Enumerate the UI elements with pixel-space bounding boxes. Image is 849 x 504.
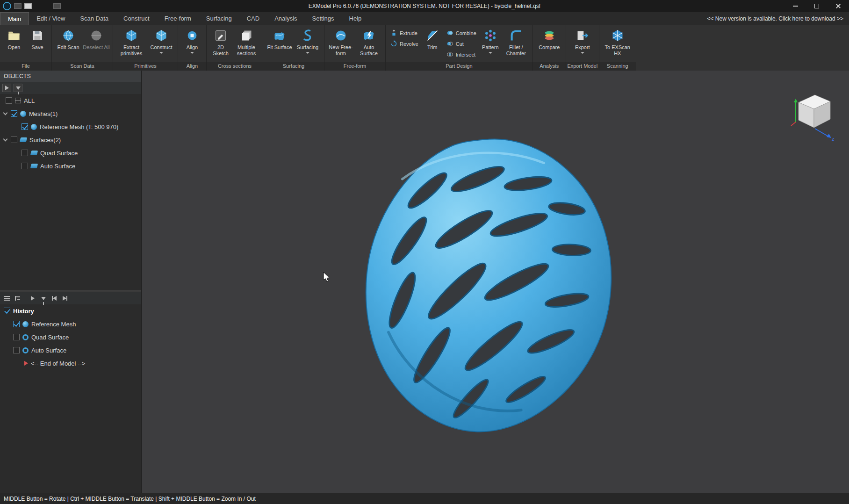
all-checkbox[interactable] [6, 97, 12, 104]
tree-item-surfaces[interactable]: Surfaces(2) [0, 133, 141, 146]
tab-scan-data[interactable]: Scan Data [72, 12, 116, 25]
new-free-form-label: New Free-form [327, 44, 355, 57]
ribbon-group-align: Align Align [178, 25, 207, 71]
open-button[interactable]: Open [2, 27, 26, 60]
edit-scan-button[interactable]: Edit Scan [54, 27, 82, 60]
extract-primitives-label: Extract primitives [115, 44, 147, 57]
surfaces-checkbox[interactable] [11, 137, 17, 143]
history-skip-start-button[interactable] [50, 294, 58, 302]
part-design-group-label: Part Design [386, 62, 532, 71]
save-button[interactable]: Save [26, 27, 49, 60]
update-notice-link[interactable]: << New version is available. Click here … [707, 12, 849, 25]
surface-ring-icon [22, 347, 29, 353]
auto-surface-icon [361, 28, 376, 43]
funnel-icon [41, 297, 46, 300]
surface-icon [20, 137, 27, 142]
extrude-button[interactable]: Extrude [388, 28, 421, 38]
history-item-end-of-model[interactable]: <-- End of Model --> [0, 357, 141, 370]
surfaces-expander[interactable] [3, 137, 8, 142]
tab-construct[interactable]: Construct [116, 12, 157, 25]
history-auto-surface-checkbox[interactable] [13, 347, 20, 353]
tree-item-all[interactable]: ALL [0, 94, 141, 107]
export-dropdown-caret [581, 52, 584, 54]
history-filter-button[interactable] [39, 294, 48, 302]
view-cube[interactable]: z [789, 89, 836, 142]
to-exscan-hx-button[interactable]: To EXScan HX [602, 27, 633, 60]
construct-button[interactable]: Construct [147, 27, 175, 60]
all-label: ALL [24, 97, 35, 104]
auto-surface-button[interactable]: Auto Surface [355, 27, 383, 60]
tab-cad[interactable]: CAD [239, 12, 267, 25]
fillet-chamfer-button[interactable]: Fillet / Chamfer [502, 27, 530, 60]
pattern-label: Pattern [482, 44, 498, 50]
auto-surface-checkbox[interactable] [22, 163, 28, 169]
history-item-reference-mesh[interactable]: Reference Mesh [0, 317, 141, 331]
export-icon [575, 28, 590, 43]
export-label: Export [575, 44, 590, 50]
pattern-icon [483, 28, 498, 43]
combine-button[interactable]: Combine [444, 28, 479, 38]
ribbon-group-primitives: Extract primitives Construct Primitives [113, 25, 178, 71]
axis-z-label: z [832, 136, 835, 142]
cut-button[interactable]: Cut [444, 38, 479, 49]
history-reference-mesh-checkbox[interactable] [13, 321, 20, 327]
helmet-model[interactable] [346, 136, 623, 433]
tree-item-quad-surface[interactable]: Quad Surface [0, 146, 141, 159]
reference-mesh-checkbox[interactable] [22, 123, 28, 130]
objects-play-filter-button[interactable] [2, 84, 11, 92]
tree-item-meshes[interactable]: Meshes(1) [0, 107, 141, 120]
quick-access-icon-3[interactable] [53, 3, 61, 9]
history-list-view-button[interactable] [2, 294, 11, 302]
new-free-form-button[interactable]: New Free-form [327, 27, 355, 60]
tab-analysis[interactable]: Analysis [267, 12, 304, 25]
tree-item-reference-mesh[interactable]: Reference Mesh (T: 500 970) [0, 120, 141, 133]
quad-surface-checkbox[interactable] [22, 150, 28, 156]
history-play-button[interactable] [28, 294, 37, 302]
history-item-auto-surface[interactable]: Auto Surface [0, 344, 141, 357]
extrude-icon [390, 29, 397, 36]
tree-item-auto-surface[interactable]: Auto Surface [0, 159, 141, 173]
meshes-expander[interactable] [3, 111, 8, 115]
history-item-root[interactable]: History [0, 304, 141, 317]
ribbon-group-export-model: Export Export Model [566, 25, 599, 71]
surfacing-button[interactable]: Surfacing [294, 27, 322, 60]
viewport-3d[interactable]: z [142, 71, 849, 493]
tab-main[interactable]: Main [0, 12, 29, 25]
compare-button[interactable]: Compare [535, 27, 563, 60]
history-item-quad-surface[interactable]: Quad Surface [0, 331, 141, 344]
tab-help[interactable]: Help [342, 12, 369, 25]
history-quad-surface-checkbox[interactable] [13, 334, 20, 340]
tab-surfacing[interactable]: Surfacing [199, 12, 239, 25]
2d-sketch-button[interactable]: 2D Sketch [209, 27, 232, 60]
history-auto-surface-label: Auto Surface [31, 347, 66, 354]
align-dropdown-caret [190, 52, 194, 54]
surfacing-label: Surfacing [297, 44, 318, 50]
deselect-all-button[interactable]: Deselect All [82, 27, 110, 60]
history-checkbox[interactable] [4, 308, 10, 314]
revolve-button[interactable]: Revolve [388, 38, 421, 49]
multiple-sections-button[interactable]: Multiple sections [232, 27, 260, 60]
meshes-checkbox[interactable] [11, 110, 17, 117]
fit-surface-button[interactable]: Fit Surface [266, 27, 294, 60]
close-button[interactable] [827, 0, 849, 12]
maximize-button[interactable] [806, 0, 827, 12]
quick-access-icon-2[interactable] [24, 3, 32, 9]
history-skip-end-button[interactable] [60, 294, 69, 302]
to-exscan-hx-icon [610, 28, 625, 43]
export-button[interactable]: Export [568, 27, 597, 60]
align-button[interactable]: Align [180, 27, 204, 60]
extract-primitives-button[interactable]: Extract primitives [115, 27, 147, 60]
menu-bar: Main Edit / View Scan Data Construct Fre… [0, 12, 849, 25]
end-of-model-icon [24, 361, 28, 366]
trim-button[interactable]: Trim [421, 27, 444, 60]
quick-access-icon-1[interactable] [14, 3, 22, 9]
minimize-button[interactable] [784, 0, 806, 12]
objects-filter-button[interactable] [14, 84, 22, 92]
pattern-button[interactable]: Pattern [479, 27, 502, 60]
tab-settings[interactable]: Settings [305, 12, 342, 25]
trim-icon [425, 28, 440, 43]
intersect-button[interactable]: Intersect [444, 49, 479, 60]
tab-edit-view[interactable]: Edit / View [29, 12, 72, 25]
tab-free-form[interactable]: Free-form [157, 12, 199, 25]
history-tree-view-button[interactable] [13, 294, 22, 302]
